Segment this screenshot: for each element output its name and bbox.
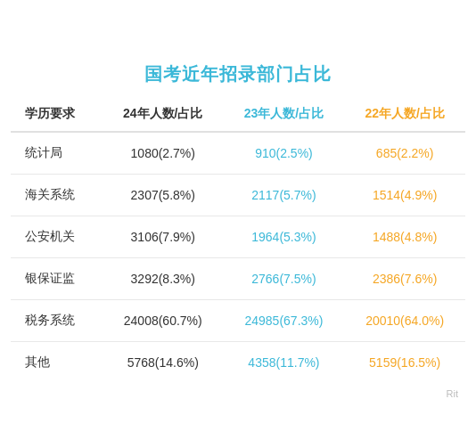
cell-y24: 3106(7.9%) bbox=[103, 216, 224, 257]
cell-y23: 2117(5.7%) bbox=[224, 174, 345, 216]
cell-y22: 2386(7.6%) bbox=[344, 257, 465, 299]
cell-y24: 5768(14.6%) bbox=[103, 341, 224, 383]
cell-y24: 24008(60.7%) bbox=[103, 299, 224, 341]
cell-y22: 1488(4.8%) bbox=[344, 216, 465, 257]
cell-dept: 统计局 bbox=[11, 132, 103, 175]
col-header-dept: 学历要求 bbox=[11, 97, 103, 132]
cell-y23: 2766(7.5%) bbox=[224, 257, 345, 299]
col-header-y23: 23年人数/占比 bbox=[224, 97, 345, 132]
main-container: 国考近年招录部门占比 学历要求 24年人数/占比 23年人数/占比 22年人数/… bbox=[11, 48, 465, 401]
table-row: 统计局1080(2.7%)910(2.5%)685(2.2%) bbox=[11, 132, 465, 175]
watermark: Rit bbox=[11, 383, 465, 401]
cell-y24: 3292(8.3%) bbox=[103, 257, 224, 299]
cell-y22: 20010(64.0%) bbox=[344, 299, 465, 341]
cell-dept: 海关系统 bbox=[11, 174, 103, 216]
cell-y24: 2307(5.8%) bbox=[103, 174, 224, 216]
data-table: 学历要求 24年人数/占比 23年人数/占比 22年人数/占比 统计局1080(… bbox=[11, 97, 465, 383]
table-row: 公安机关3106(7.9%)1964(5.3%)1488(4.8%) bbox=[11, 216, 465, 257]
cell-dept: 税务系统 bbox=[11, 299, 103, 341]
cell-y23: 24985(67.3%) bbox=[224, 299, 345, 341]
col-header-y24: 24年人数/占比 bbox=[103, 97, 224, 132]
table-row: 税务系统24008(60.7%)24985(67.3%)20010(64.0%) bbox=[11, 299, 465, 341]
table-row: 海关系统2307(5.8%)2117(5.7%)1514(4.9%) bbox=[11, 174, 465, 216]
cell-dept: 其他 bbox=[11, 341, 103, 383]
table-header-row: 学历要求 24年人数/占比 23年人数/占比 22年人数/占比 bbox=[11, 97, 465, 132]
page-title: 国考近年招录部门占比 bbox=[11, 48, 465, 97]
cell-dept: 银保证监 bbox=[11, 257, 103, 299]
cell-y22: 1514(4.9%) bbox=[344, 174, 465, 216]
table-row: 其他5768(14.6%)4358(11.7%)5159(16.5%) bbox=[11, 341, 465, 383]
cell-dept: 公安机关 bbox=[11, 216, 103, 257]
cell-y22: 5159(16.5%) bbox=[344, 341, 465, 383]
col-header-y22: 22年人数/占比 bbox=[344, 97, 465, 132]
cell-y23: 4358(11.7%) bbox=[224, 341, 345, 383]
cell-y23: 1964(5.3%) bbox=[224, 216, 345, 257]
cell-y23: 910(2.5%) bbox=[224, 132, 345, 175]
cell-y24: 1080(2.7%) bbox=[103, 132, 224, 175]
table-row: 银保证监3292(8.3%)2766(7.5%)2386(7.6%) bbox=[11, 257, 465, 299]
cell-y22: 685(2.2%) bbox=[344, 132, 465, 175]
